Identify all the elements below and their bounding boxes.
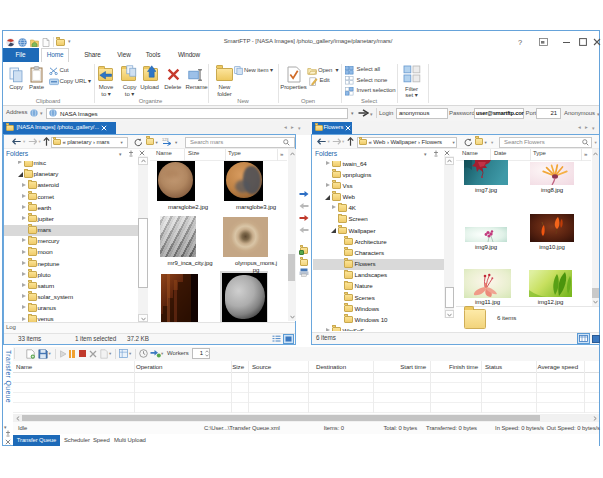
svg-text:123: 123: [162, 137, 169, 142]
